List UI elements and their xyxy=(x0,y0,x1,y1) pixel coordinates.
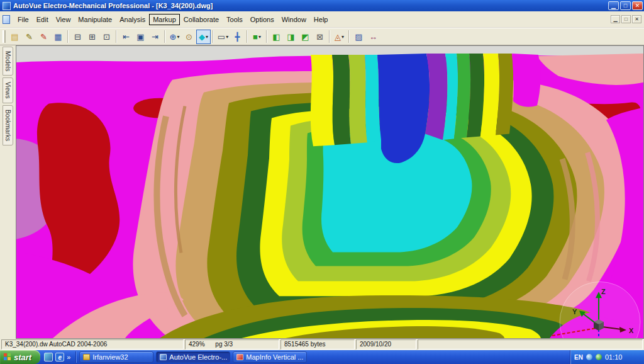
spin-tool-button[interactable]: ◆▾ xyxy=(196,30,211,44)
status-file-size: 8515465 bytes xyxy=(280,339,355,350)
task-mapinfo[interactable]: MapInfo Vertical ... xyxy=(233,351,307,363)
views-grid-button[interactable]: ▨ xyxy=(352,30,366,44)
measure-button[interactable]: ↔ xyxy=(366,30,380,44)
chevron-down-icon[interactable]: ▾ xyxy=(226,34,228,40)
chevron-down-icon[interactable]: ▾ xyxy=(177,34,179,40)
copy-button[interactable]: ⊡ xyxy=(99,30,114,44)
status-zoom-page: 429% pg 3/3 xyxy=(185,339,279,350)
window-title: AutoVue Electro-Mechanical Professional … xyxy=(13,2,607,9)
orbit-button[interactable]: ◬▾ xyxy=(332,30,347,44)
restore-button[interactable]: □ xyxy=(620,1,631,10)
quick-launch-chevron-icon[interactable]: » xyxy=(67,353,70,361)
taskbar-divider xyxy=(75,351,77,363)
status-page: pg 3/3 xyxy=(215,341,233,348)
close-button[interactable]: ✕ xyxy=(632,1,643,10)
axis-z-label: Z xyxy=(601,288,606,295)
page-first-button[interactable]: ⇤ xyxy=(119,30,133,44)
axis-x-label: X xyxy=(629,327,634,334)
render-wireframe-button[interactable]: ◩ xyxy=(298,30,313,44)
task-irfanview[interactable]: Irfanview32 xyxy=(79,351,153,363)
mdi-close-button[interactable]: ✕ xyxy=(632,15,641,23)
tray-icon[interactable] xyxy=(596,354,602,360)
copy-icon: ⊡ xyxy=(103,32,110,42)
start-button[interactable]: start xyxy=(0,350,40,364)
spin-tool-icon: ◆ xyxy=(199,32,205,42)
menu-analysis[interactable]: Analysis xyxy=(116,14,149,25)
open-folder-icon: ▤ xyxy=(11,32,18,42)
autovue-icon xyxy=(160,354,167,360)
toolbar-separator xyxy=(247,30,248,43)
toolbar-separator xyxy=(348,30,350,43)
zoom-button[interactable]: ⊕▾ xyxy=(167,30,182,44)
terrain-rendering[interactable]: Z Y X xyxy=(16,46,643,338)
toolbar-separator xyxy=(213,30,214,43)
menu-manipulate[interactable]: Manipulate xyxy=(74,14,116,25)
menu-markup[interactable]: Markup xyxy=(149,14,180,25)
render-shaded-button[interactable]: ◨ xyxy=(284,30,298,44)
page-select-button[interactable]: ▣ xyxy=(133,30,148,44)
chevron-down-icon[interactable]: ▾ xyxy=(258,34,261,40)
zoom-window-button[interactable]: ▭▾ xyxy=(216,30,230,44)
markup-layers-button[interactable]: ▦ xyxy=(51,30,65,44)
minimize-button[interactable]: ▁ xyxy=(608,1,619,10)
mdi-restore-button[interactable]: □ xyxy=(621,15,631,23)
tray-icon[interactable] xyxy=(586,354,592,360)
tab-views[interactable]: Views xyxy=(3,77,13,103)
render-solid-button[interactable]: ◧ xyxy=(269,30,284,44)
toolbar-grip[interactable] xyxy=(3,30,6,43)
pan-hand-icon: ⊙ xyxy=(186,32,192,42)
markup-pen-red-icon: ✎ xyxy=(40,32,47,42)
task-label: AutoVue Electro-... xyxy=(169,353,227,361)
show-desktop-icon[interactable] xyxy=(44,353,53,361)
print-preview-button[interactable]: ⊞ xyxy=(85,30,99,44)
axis-y-label: Y xyxy=(572,308,577,316)
folder-icon xyxy=(83,354,90,360)
menu-collaborate[interactable]: Collaborate xyxy=(180,14,223,25)
main-area: Models Views Bookmarks xyxy=(0,45,644,339)
render-wireframe-icon: ◩ xyxy=(301,32,309,42)
menu-view[interactable]: View xyxy=(52,14,75,25)
page-last-button[interactable]: ⇥ xyxy=(148,30,162,44)
status-filler xyxy=(418,339,643,350)
windows-flag-icon xyxy=(4,353,11,361)
measure-icon: ↔ xyxy=(369,32,377,42)
cube-3d-icon: ■ xyxy=(253,32,258,42)
menu-tools[interactable]: Tools xyxy=(223,14,247,25)
application-window: AutoVue Electro-Mechanical Professional … xyxy=(0,0,644,364)
menu-help[interactable]: Help xyxy=(310,14,332,25)
menu-window[interactable]: Window xyxy=(278,14,310,25)
taskbar-clock[interactable]: 01:10 xyxy=(605,353,623,361)
tab-bookmarks[interactable]: Bookmarks xyxy=(3,105,13,145)
chevron-down-icon[interactable]: ▾ xyxy=(341,34,344,40)
pan-button[interactable]: ⊙ xyxy=(182,30,196,44)
page-last-icon: ⇥ xyxy=(152,32,158,42)
markup-pen-icon: ✎ xyxy=(26,32,33,42)
open-button[interactable]: ▤ xyxy=(8,30,22,44)
menu-bar: File Edit View Manipulate Analysis Marku… xyxy=(0,11,644,28)
print-preview-icon: ⊞ xyxy=(89,32,96,42)
print-button[interactable]: ⊟ xyxy=(70,30,85,44)
page-first-icon: ⇤ xyxy=(123,32,130,42)
internet-explorer-icon[interactable]: e xyxy=(55,353,64,361)
status-date: 2009/10/20 xyxy=(356,339,416,350)
tab-models[interactable]: Models xyxy=(3,47,13,76)
markup-pen-button[interactable]: ✎ xyxy=(22,30,36,44)
start-label: start xyxy=(14,353,31,362)
menu-file[interactable]: File xyxy=(14,14,33,25)
move-cross-icon: ╋ xyxy=(235,32,240,42)
menu-options[interactable]: Options xyxy=(247,14,278,25)
status-file-info: K3_34(200).dw AutoCAD 2004-2006 xyxy=(1,339,184,350)
drawing-canvas[interactable]: Z Y X xyxy=(16,45,644,339)
move-button[interactable]: ╋ xyxy=(230,30,245,44)
chevron-down-icon[interactable]: ▾ xyxy=(206,34,208,40)
view-cube-button[interactable]: ■▾ xyxy=(250,30,264,44)
orbit-icon: ◬ xyxy=(335,32,341,42)
toolbar: ▤ ✎ ✎ ▦ ⊟ ⊞ ⊡ ⇤ ▣ ⇥ ⊕▾ ⊙ ◆▾ ▭▾ ╋ ■▾ ◧ ◨ … xyxy=(0,28,644,45)
toolbar-separator xyxy=(67,30,69,43)
mdi-minimize-button[interactable]: ▁ xyxy=(611,15,620,23)
axes-button[interactable]: ⊠ xyxy=(313,30,327,44)
language-indicator[interactable]: EN xyxy=(574,354,583,361)
markup-pen-red-button[interactable]: ✎ xyxy=(36,30,51,44)
menu-edit[interactable]: Edit xyxy=(33,14,52,25)
task-autovue[interactable]: AutoVue Electro-... xyxy=(156,351,230,363)
